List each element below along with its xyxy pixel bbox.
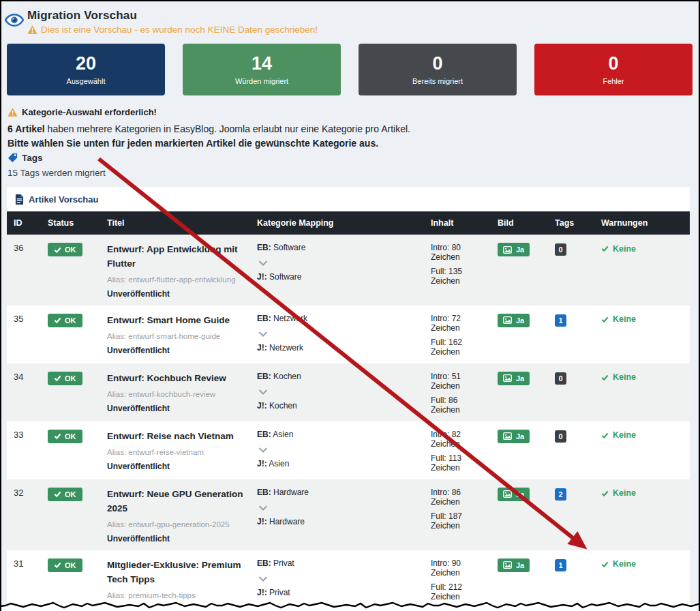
category-warning-line1-text: haben mehrere Kategorien in EasyBlog. Jo… <box>45 123 410 134</box>
stat-cards: 20 Ausgewählt 14 Würden migriert 0 Berei… <box>7 44 693 95</box>
check-icon <box>54 561 61 569</box>
eb-label: EB: <box>257 488 271 497</box>
cell-category-mapping: EB: HardwareJ!: Hardware <box>250 479 424 550</box>
stat-card-errors: 0 Fehler <box>534 44 693 95</box>
cell-image: Ja <box>491 306 548 363</box>
stat-value: 0 <box>432 55 442 73</box>
cell-title: Mitglieder-Exklusive: Premium Tech Tipps… <box>100 550 250 611</box>
cell-image: Ja <box>491 421 548 479</box>
tag-icon <box>7 153 18 163</box>
cell-image: Ja <box>491 363 548 421</box>
column-header-tags: Tags <box>548 211 594 235</box>
category-warning-line1: 6 Artikel haben mehrere Kategorien in Ea… <box>7 123 699 134</box>
cell-id: 32 <box>7 479 41 550</box>
eb-category: EB: Asien <box>257 430 419 439</box>
image-yes-badge: Ja <box>498 372 530 385</box>
column-header-id: ID <box>7 211 41 235</box>
cell-tags: 1 <box>548 550 594 611</box>
chevron-down-icon <box>258 576 268 582</box>
status-ok-badge: OK <box>48 314 82 327</box>
intro-length: Intro: 51 Zeichen <box>431 372 485 391</box>
cell-category-mapping: EB: AsienJ!: Asien <box>250 421 424 479</box>
cell-id: 35 <box>7 306 41 363</box>
full-length: Full: 212 Zeichen <box>431 582 485 601</box>
joomla-label: J!: <box>257 459 267 468</box>
article-alias: Alias: entwurf-smart-home-guide <box>107 332 245 340</box>
stat-label: Fehler <box>603 77 624 85</box>
intro-length: Intro: 90 Zeichen <box>431 558 485 578</box>
article-count: 6 Artikel <box>7 123 45 134</box>
check-icon <box>54 316 61 324</box>
no-warnings-indicator: Keine <box>601 559 636 569</box>
stat-card-selected: 20 Ausgewählt <box>7 44 165 95</box>
intro-length: Intro: 80 Zeichen <box>431 243 485 262</box>
chevron-down-icon <box>258 505 268 511</box>
image-icon <box>503 490 512 498</box>
full-length: Full: 113 Zeichen <box>431 453 485 473</box>
warning-triangle-icon <box>27 25 37 34</box>
article-title: Entwurf: Neue GPU Generation 2025 <box>107 488 245 516</box>
no-warnings-label: Keine <box>613 430 636 440</box>
mapping-chevron <box>258 385 419 398</box>
table-header-row: ID Status Titel Kategorie Mapping Inhalt… <box>7 211 690 235</box>
intro-length: Intro: 86 Zeichen <box>431 488 485 507</box>
no-warnings-label: Keine <box>613 314 636 324</box>
cell-status: OK <box>41 306 100 363</box>
check-icon <box>54 246 61 254</box>
category-warning-title: Kategorie-Auswahl erforderlich! <box>7 107 699 117</box>
eb-category: EB: Hardware <box>257 488 419 497</box>
joomla-category: J!: Hardware <box>257 517 419 526</box>
cell-status: OK <box>41 479 100 550</box>
check-icon <box>601 561 609 568</box>
eb-label: EB: <box>257 430 271 439</box>
stat-card-would-migrate: 14 Würden migriert <box>183 44 341 95</box>
joomla-label: J!: <box>257 588 267 597</box>
cell-id: 34 <box>7 363 41 421</box>
joomla-category: J!: Software <box>257 272 419 282</box>
column-header-inhalt: Inhalt <box>424 211 491 235</box>
full-length: Full: 86 Zeichen <box>431 396 485 415</box>
cell-status: OK <box>41 550 100 611</box>
no-warnings-indicator: Keine <box>601 314 636 324</box>
no-warnings-indicator: Keine <box>601 430 636 440</box>
table-row: 34OKEntwurf: Kochbuch ReviewAlias: entwu… <box>7 363 690 421</box>
table-row: 32OKEntwurf: Neue GPU Generation 2025Ali… <box>7 479 690 550</box>
stat-label: Bereits migriert <box>412 77 463 85</box>
cell-content: Intro: 51 ZeichenFull: 86 Zeichen <box>424 363 491 421</box>
image-badge-label: Ja <box>516 374 524 383</box>
cell-tags: 2 <box>548 479 594 550</box>
cell-warnings: Keine <box>594 235 690 306</box>
eb-category: EB: Netzwerk <box>257 314 419 323</box>
check-icon <box>601 374 609 381</box>
cell-id: 36 <box>7 235 41 306</box>
image-badge-label: Ja <box>516 561 524 569</box>
eb-category: EB: Privat <box>257 558 419 568</box>
check-icon <box>601 432 609 439</box>
check-icon <box>54 490 61 498</box>
cell-title: Entwurf: Reise nach VietnamAlias: entwur… <box>100 421 250 479</box>
article-preview-title-text: Artikel Vorschau <box>29 194 98 205</box>
chevron-down-icon <box>258 447 268 453</box>
cell-warnings: Keine <box>594 421 690 479</box>
cell-content: Intro: 90 ZeichenFull: 212 Zeichen <box>424 550 491 611</box>
stat-value: 0 <box>608 55 618 73</box>
article-title: Entwurf: App Entwicklung mit Flutter <box>107 243 245 271</box>
tag-count-badge: 0 <box>555 430 566 443</box>
article-publish-state: Unveröffentlicht <box>107 289 245 299</box>
image-icon <box>503 374 512 382</box>
cell-content: Intro: 86 ZeichenFull: 187 Zeichen <box>424 479 491 550</box>
stat-card-already-migrated: 0 Bereits migriert <box>359 44 517 95</box>
tag-count-badge: 1 <box>555 559 566 571</box>
status-badge-label: OK <box>65 316 76 325</box>
mapping-chevron <box>258 501 419 513</box>
full-length: Full: 135 Zeichen <box>431 267 485 286</box>
column-header-bild: Bild <box>491 211 548 235</box>
cell-image: Ja <box>491 235 548 306</box>
status-ok-badge: OK <box>48 243 82 256</box>
chevron-down-icon <box>258 389 268 395</box>
image-icon <box>503 561 512 569</box>
article-alias: Alias: entwurf-reise-vietnam <box>107 448 245 456</box>
cell-title: Entwurf: Neue GPU Generation 2025Alias: … <box>100 479 250 550</box>
cell-tags: 0 <box>548 235 594 306</box>
article-publish-state: Unveröffentlicht <box>107 462 245 471</box>
